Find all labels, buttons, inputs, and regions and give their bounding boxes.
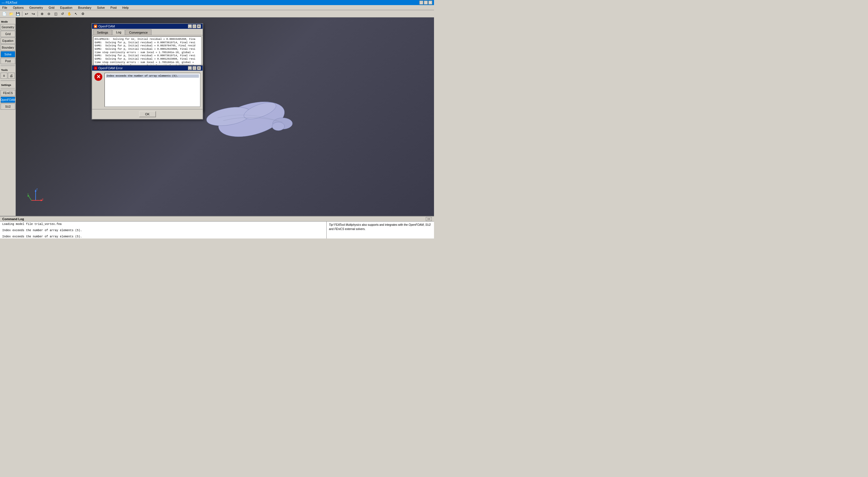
openfoam-maximize[interactable]: □ — [192, 24, 196, 28]
error-title-bar[interactable]: ⚠ OpenFOAM Error _ □ ✕ — [92, 65, 203, 71]
menu-geometry[interactable]: Geometry — [28, 6, 44, 9]
toolbar: 📄 📁 💾 ↩ ↪ ⊕ ⊖ ◫ ↺ ✋ ↖ ⚙ — [0, 10, 434, 18]
error-minimize[interactable]: _ — [188, 66, 192, 70]
openfoam-title-bar[interactable]: ▣ OpenFOAM _ □ ✕ — [92, 24, 203, 29]
command-log-title: Command Log — [2, 217, 24, 221]
menu-file[interactable]: File — [1, 6, 8, 9]
log-line-4 — [2, 232, 324, 235]
menu-options[interactable]: Options — [12, 6, 25, 9]
sidebar-btn-fenics[interactable]: FEniCS — [1, 90, 15, 96]
zoom-in-button[interactable]: ⊕ — [39, 11, 45, 17]
new-button[interactable]: 📄 — [1, 11, 7, 17]
sidebar-btn-openfoam[interactable]: OpenFOAM — [1, 97, 15, 103]
openfoam-icon: ▣ — [94, 25, 97, 28]
expand-button[interactable]: >> — [426, 217, 432, 221]
toolbar-separator-1 — [22, 11, 22, 17]
openfoam-tabs: Settings Log Convergence — [92, 29, 203, 35]
open-button[interactable]: 📁 — [8, 11, 14, 17]
error-close[interactable]: ✕ — [197, 66, 201, 70]
svg-text:X: X — [42, 198, 43, 201]
print-tool-button[interactable]: 🖨 — [8, 72, 15, 79]
title-bar: — FEATool _ □ ✕ — [0, 0, 434, 5]
rotate-button[interactable]: ↺ — [59, 11, 66, 17]
sidebar-separator-2 — [1, 81, 15, 81]
sidebar-btn-equation[interactable]: Equation — [1, 37, 15, 44]
menu-equation[interactable]: Equation — [59, 6, 73, 9]
error-message: Index exceeds the number of array elemen… — [106, 74, 199, 78]
content-area: Z X Y — [16, 18, 434, 216]
settings-label: Settings — [0, 83, 16, 87]
menu-bar: File Options Geometry Grid Equation Boun… — [0, 5, 434, 10]
menu-solve[interactable]: Solve — [96, 6, 106, 9]
zoom-out-button[interactable]: ⊖ — [46, 11, 52, 17]
menu-boundary[interactable]: Boundary — [77, 6, 92, 9]
menu-tool-button[interactable]: ≡ — [1, 72, 7, 79]
command-log: Command Log >> Loading model file trial_… — [0, 216, 434, 239]
openfoam-title: OpenFOAM — [98, 25, 188, 28]
tools-label: Tools — [0, 68, 16, 72]
pan-button[interactable]: ✋ — [66, 11, 72, 17]
sidebar-btn-grid[interactable]: Grid — [1, 31, 15, 37]
maximize-button[interactable]: □ — [424, 1, 428, 4]
tip-text: Tip! FEATool Multiphysics also supports … — [329, 223, 432, 231]
title-bar-buttons: _ □ ✕ — [419, 1, 432, 4]
sidebar-separator-1 — [1, 65, 15, 66]
redo-button[interactable]: ↪ — [30, 11, 36, 17]
sidebar-btn-geometry[interactable]: Geometry — [1, 24, 15, 30]
log-line-5: Index exceeds the number of array elemen… — [2, 235, 324, 238]
3d-shape — [195, 77, 297, 156]
command-log-left[interactable]: Loading model file trial_vortex.fea Inde… — [0, 221, 327, 239]
error-text-area[interactable]: Index exceeds the number of array elemen… — [104, 73, 200, 107]
tools-row: ≡ 🖨 — [0, 72, 16, 79]
sidebar: Mode Geometry Grid Equation Boundary Sol… — [0, 18, 16, 216]
error-content: ✕ Index exceeds the number of array elem… — [92, 71, 203, 109]
zoom-fit-button[interactable]: ◫ — [53, 11, 59, 17]
error-dialog-title: OpenFOAM Error — [98, 66, 188, 70]
tab-convergence[interactable]: Convergence — [125, 29, 151, 35]
tab-settings[interactable]: Settings — [93, 29, 112, 35]
log-line-1: Loading model file trial_vortex.fea — [2, 223, 324, 226]
minimize-button[interactable]: _ — [419, 1, 423, 4]
tab-log[interactable]: Log — [113, 29, 125, 35]
settings-tool-button[interactable]: ⚙ — [80, 11, 86, 17]
openfoam-close[interactable]: ✕ — [197, 24, 201, 28]
main-layout: Mode Geometry Grid Equation Boundary Sol… — [0, 18, 434, 216]
menu-post[interactable]: Post — [110, 6, 118, 9]
svg-text:Z: Z — [36, 188, 38, 191]
sidebar-btn-su2[interactable]: SU2 — [1, 103, 15, 110]
menu-grid[interactable]: Grid — [48, 6, 56, 9]
axis-indicator: Z X Y — [27, 188, 44, 205]
svg-text:Y: Y — [27, 193, 29, 196]
svg-point-13 — [272, 122, 284, 130]
command-log-content: Loading model file trial_vortex.fea Inde… — [0, 221, 434, 239]
error-ok-button[interactable]: OK — [139, 111, 156, 117]
error-icon: ✕ — [94, 73, 102, 81]
command-log-header: Command Log >> — [0, 216, 434, 221]
error-maximize[interactable]: □ — [192, 66, 196, 70]
select-button[interactable]: ↖ — [73, 11, 79, 17]
log-line-3: Index exceeds the number of array elemen… — [2, 229, 324, 232]
app-title: — FEATool — [2, 1, 419, 4]
save-button[interactable]: 💾 — [15, 11, 21, 17]
sidebar-btn-solve[interactable]: Solve — [1, 51, 15, 57]
error-dialog-icon: ⚠ — [94, 66, 97, 70]
log-line-2 — [2, 226, 324, 229]
sidebar-btn-post[interactable]: Post — [1, 58, 15, 64]
sidebar-btn-boundary[interactable]: Boundary — [1, 44, 15, 51]
menu-help[interactable]: Help — [121, 6, 130, 9]
close-button[interactable]: ✕ — [428, 1, 432, 4]
error-ok-row: OK — [92, 109, 203, 119]
openfoam-minimize[interactable]: _ — [188, 24, 192, 28]
command-log-right: Tip! FEATool Multiphysics also supports … — [327, 221, 434, 239]
undo-button[interactable]: ↩ — [24, 11, 30, 17]
viewport[interactable]: Z X Y — [16, 18, 434, 216]
error-dialog: ⚠ OpenFOAM Error _ □ ✕ ✕ Index exceeds t… — [92, 65, 203, 120]
mode-label: Mode — [0, 20, 16, 24]
